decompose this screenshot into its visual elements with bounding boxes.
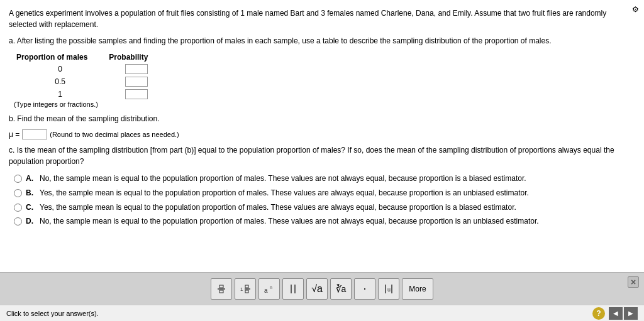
part-c-label: c. bbox=[9, 146, 14, 155]
mu-hint: (Round to two decimal places as needed.) bbox=[50, 131, 179, 138]
part-b-text: Find the mean of the sampling distributi… bbox=[17, 114, 159, 123]
probability-input-05[interactable] bbox=[106, 75, 167, 88]
option-d: D. No, the sample mean is equal to the p… bbox=[14, 216, 635, 227]
part-a-text: After listing the possible samples and f… bbox=[17, 36, 552, 45]
probability-table: Proportion of males Probability 0 0.5 bbox=[9, 52, 635, 108]
option-a-label: A. bbox=[26, 173, 36, 184]
col2-header: Probability bbox=[106, 52, 167, 63]
part-a-question: a. After listing the possible samples an… bbox=[9, 35, 635, 46]
probability-field-1[interactable] bbox=[125, 89, 148, 99]
proportion-05: 0.5 bbox=[14, 75, 106, 88]
option-b: B. Yes, the sample mean is equal to the … bbox=[14, 188, 635, 199]
option-d-text: No, the sample mean is equal to the popu… bbox=[40, 216, 539, 227]
radio-c[interactable] bbox=[14, 204, 22, 212]
option-b-text: Yes, the sample mean is equal to the pop… bbox=[40, 188, 529, 199]
option-c-text: Yes, the sample mean is equal to the pop… bbox=[40, 202, 516, 213]
mu-input[interactable] bbox=[22, 129, 47, 139]
proportion-1: 1 bbox=[14, 88, 106, 101]
radio-a[interactable] bbox=[14, 175, 22, 183]
radio-b[interactable] bbox=[14, 189, 22, 197]
part-c-text: Is the mean of the sampling distribution… bbox=[9, 146, 614, 166]
radio-d[interactable] bbox=[14, 217, 22, 226]
probability-input-0[interactable] bbox=[106, 63, 167, 75]
part-c-section: c. Is the mean of the sampling distribut… bbox=[9, 144, 635, 167]
probability-field-0[interactable] bbox=[125, 64, 148, 74]
answer-options: A. No, the sample mean is equal to the p… bbox=[14, 173, 635, 227]
probability-input-1[interactable] bbox=[106, 88, 167, 101]
probability-field-05[interactable] bbox=[125, 77, 148, 87]
table-row: 0 bbox=[14, 63, 167, 75]
option-a-text: No, the sample mean is equal to the popu… bbox=[40, 173, 526, 184]
part-a-label: a. bbox=[9, 36, 15, 45]
table-row: 1 bbox=[14, 88, 167, 101]
table-hint: (Type integers or fractions.) bbox=[14, 101, 635, 108]
question-text: A genetics experiment involves a populat… bbox=[9, 8, 635, 30]
proportion-0: 0 bbox=[14, 63, 106, 75]
part-b-section: b. Find the mean of the sampling distrib… bbox=[9, 113, 635, 139]
option-b-label: B. bbox=[26, 188, 36, 199]
option-d-label: D. bbox=[26, 216, 36, 227]
option-c-label: C. bbox=[26, 202, 36, 213]
part-b-label: b. bbox=[9, 114, 15, 123]
option-c: C. Yes, the sample mean is equal to the … bbox=[14, 202, 635, 213]
col1-header: Proportion of males bbox=[14, 52, 106, 63]
option-a: A. No, the sample mean is equal to the p… bbox=[14, 173, 635, 184]
mu-symbol: μ = bbox=[9, 130, 19, 139]
table-row: 0.5 bbox=[14, 75, 167, 88]
gear-icon[interactable]: ⚙ bbox=[632, 5, 639, 14]
